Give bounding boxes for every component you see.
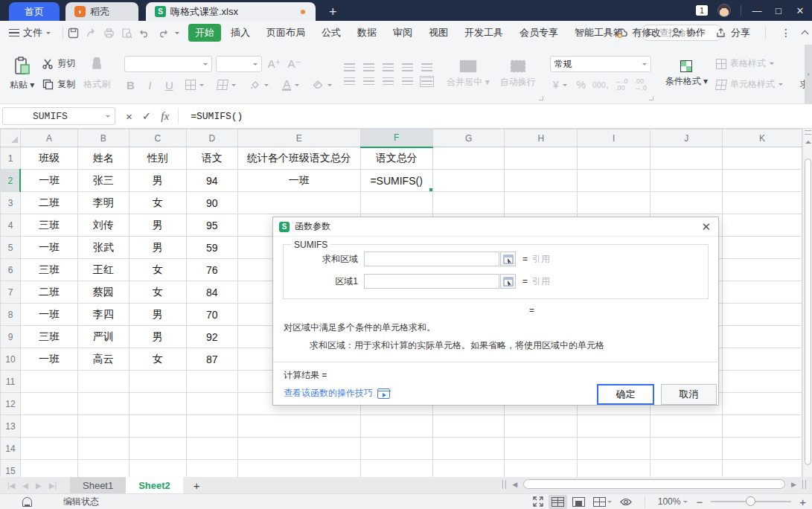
decrease-indent-icon[interactable]	[402, 63, 413, 71]
number-format-combo[interactable]: 常规	[550, 56, 651, 72]
cell-D5[interactable]: 59	[186, 237, 237, 259]
cell-J14[interactable]	[650, 438, 723, 460]
dialog-close-icon[interactable]: ✕	[701, 220, 711, 234]
cell-A12[interactable]	[20, 393, 77, 415]
cell-B11[interactable]	[77, 371, 129, 393]
cell-G14[interactable]	[432, 438, 505, 460]
cell-A14[interactable]	[20, 438, 77, 460]
cell-D10[interactable]: 87	[186, 348, 237, 371]
table-style-button[interactable]: 表格样式	[713, 56, 786, 71]
conditional-format-button[interactable]: 条件格式 ▾	[660, 49, 713, 100]
menu-tab-开发工具[interactable]: 开发工具	[458, 24, 510, 42]
cell-C13[interactable]	[129, 415, 186, 438]
align-left-icon[interactable]	[344, 77, 355, 86]
cell-B4[interactable]: 刘传	[77, 214, 129, 237]
cell-D13[interactable]	[186, 415, 237, 438]
cell-D7[interactable]: 84	[186, 281, 237, 304]
cell-K12[interactable]	[723, 393, 802, 415]
menu-tab-开始[interactable]: 开始	[188, 24, 221, 42]
fill-color-button[interactable]	[246, 79, 272, 92]
cell-B10[interactable]: 高云	[77, 348, 129, 371]
close-button[interactable]: ✕	[794, 5, 806, 16]
add-sheet-button[interactable]: +	[194, 479, 200, 492]
cell-I15[interactable]	[578, 460, 650, 478]
cell-J2[interactable]	[650, 170, 723, 192]
window-switch-icon[interactable]: 1	[696, 5, 708, 16]
cell-B14[interactable]	[77, 438, 129, 460]
paste-button[interactable]: 粘贴 ▾	[4, 49, 39, 100]
row-header-12[interactable]: 12	[1, 393, 21, 415]
tab-document[interactable]: S 嗨格式课堂.xlsx	[146, 2, 316, 21]
col-header-H[interactable]: H	[505, 129, 578, 147]
increase-indent-icon[interactable]	[421, 63, 432, 71]
row-header-4[interactable]: 4	[1, 214, 21, 237]
borders-button[interactable]	[182, 78, 207, 92]
zoom-in-button[interactable]: +	[799, 496, 806, 508]
cell-G3[interactable]	[432, 192, 505, 214]
redo-icon[interactable]	[157, 28, 168, 38]
cell-I2[interactable]	[578, 170, 650, 192]
format-painter-button[interactable]: 格式刷	[78, 49, 115, 100]
cell-B9[interactable]: 严训	[77, 326, 129, 348]
row-header-6[interactable]: 6	[1, 259, 21, 281]
cell-E1[interactable]: 统计各个班级语文总分	[237, 147, 360, 170]
menu-tab-公式[interactable]: 公式	[315, 24, 348, 42]
row-header-2[interactable]: 2	[1, 170, 21, 192]
cell-C10[interactable]: 女	[129, 348, 186, 371]
row-header-3[interactable]: 3	[1, 192, 21, 214]
horizontal-scroll-thumb[interactable]	[523, 479, 785, 489]
bold-button[interactable]: B	[124, 79, 136, 92]
page-break-view-button[interactable]	[593, 497, 612, 507]
print-preview-icon[interactable]	[121, 28, 132, 39]
cell-E15[interactable]	[237, 460, 360, 478]
cell-H13[interactable]	[505, 415, 578, 438]
font-name-combo[interactable]	[124, 56, 212, 72]
cell-B6[interactable]: 王红	[77, 259, 129, 281]
maximize-button[interactable]: □	[773, 5, 784, 16]
cell-G13[interactable]	[432, 415, 505, 438]
decrease-font-icon[interactable]: A⁻	[286, 57, 302, 71]
cell-C9[interactable]: 男	[129, 326, 186, 348]
cell-A7[interactable]: 二班	[20, 281, 77, 304]
print-icon[interactable]	[103, 28, 115, 39]
zoom-out-button[interactable]: −	[696, 496, 703, 508]
next-sheet-icon[interactable]: ▶	[36, 481, 42, 490]
italic-button[interactable]: I	[144, 79, 156, 92]
cell-D3[interactable]: 90	[186, 192, 237, 214]
zoom-slider-knob[interactable]	[746, 496, 755, 506]
cell-K1[interactable]	[723, 147, 802, 170]
cell-E14[interactable]	[237, 438, 360, 460]
cell-style-button[interactable]: 单元格样式	[713, 77, 786, 92]
row-header-15[interactable]: 15	[1, 460, 21, 478]
cell-K11[interactable]	[723, 371, 802, 393]
menu-tab-会员专享[interactable]: 会员专享	[513, 24, 565, 42]
cell-H1[interactable]	[505, 147, 578, 170]
cut-button[interactable]: 剪切	[39, 56, 78, 71]
cell-A8[interactable]: 一班	[20, 304, 77, 326]
cell-C14[interactable]	[129, 438, 186, 460]
field-input-1[interactable]	[364, 274, 499, 289]
draw-border-button[interactable]	[214, 78, 239, 92]
cell-K3[interactable]	[723, 192, 802, 214]
scroll-left-icon[interactable]: ◀	[512, 481, 517, 488]
range-picker-icon[interactable]	[500, 252, 516, 266]
collaborate-button[interactable]: 协作	[671, 26, 706, 39]
scroll-up-icon[interactable]	[805, 138, 811, 144]
cell-K13[interactable]	[723, 415, 802, 438]
cell-F13[interactable]	[360, 415, 432, 438]
wrap-text-button[interactable]: 自动换行	[495, 49, 541, 100]
currency-button[interactable]: ¥	[550, 77, 570, 92]
prev-sheet-icon[interactable]: ◀	[22, 481, 28, 490]
row-header-8[interactable]: 8	[1, 304, 21, 326]
col-header-C[interactable]: C	[129, 129, 186, 147]
cell-D4[interactable]: 95	[186, 214, 237, 237]
cell-G1[interactable]	[432, 147, 505, 170]
cell-D8[interactable]: 70	[186, 304, 237, 326]
ribbon-expand-button[interactable]: ›	[805, 45, 812, 104]
row-header-10[interactable]: 10	[1, 348, 21, 371]
cell-H3[interactable]	[505, 192, 578, 214]
align-top-icon[interactable]	[344, 63, 355, 71]
cell-A13[interactable]	[20, 415, 77, 438]
split-handle-icon[interactable]	[502, 480, 506, 489]
zoom-slider[interactable]	[711, 501, 791, 502]
